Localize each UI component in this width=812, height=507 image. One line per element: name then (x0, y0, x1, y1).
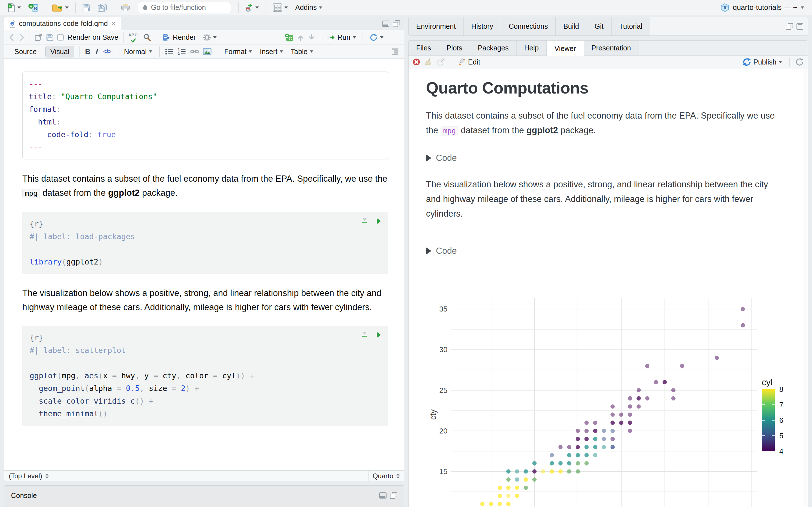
bullet-list-icon[interactable] (165, 48, 173, 55)
refresh-source-icon (369, 33, 378, 42)
minimize-pane-icon[interactable] (379, 492, 387, 499)
workspace-panes-button[interactable] (271, 2, 290, 13)
new-file-icon (7, 3, 15, 12)
code-toggle-label: Code (436, 246, 457, 256)
updown-icon (396, 473, 400, 479)
bold-button[interactable]: B (85, 47, 91, 56)
top-level-label: (Top Level) (9, 472, 42, 480)
project-name-label: quarto-tutorials — ~ (733, 3, 797, 12)
insert-chunk-icon[interactable]: C (285, 33, 293, 42)
format-menu[interactable]: Format (222, 47, 254, 57)
insert-menu[interactable]: Insert (258, 47, 285, 57)
maximize-pane-icon[interactable] (393, 20, 400, 27)
tab-plots[interactable]: Plots (439, 41, 470, 55)
open-file-button[interactable] (50, 3, 70, 13)
code-chunk-load-packages[interactable]: {r}#| label: load-packages library(ggplo… (22, 212, 388, 274)
render-settings-button[interactable] (201, 33, 218, 43)
run-chunks-above-icon[interactable] (361, 331, 368, 339)
goto-file-function-box[interactable] (138, 2, 231, 13)
open-in-new-window-icon[interactable] (35, 34, 43, 41)
run-chunk-icon[interactable] (376, 331, 382, 339)
visual-editor-content[interactable]: ---title: "Quarto Computations"format: h… (4, 59, 404, 482)
save-doc-icon[interactable] (46, 34, 54, 41)
tab-connections[interactable]: Connections (501, 17, 556, 36)
render-button[interactable]: Render (161, 32, 198, 43)
spellcheck-button[interactable]: ABC (128, 33, 140, 43)
new-file-caret-icon (17, 6, 21, 9)
paragraph-style-caret-icon (149, 50, 152, 53)
new-project-button[interactable]: R (27, 2, 40, 13)
open-folder-icon (52, 4, 63, 11)
run-button[interactable]: Run (325, 32, 358, 43)
viewer-scrollbar[interactable] (803, 68, 808, 507)
edit-button[interactable]: Edit (457, 57, 482, 67)
console-title: Console (11, 492, 379, 500)
code-fold-toggle[interactable]: Code (426, 246, 782, 256)
refresh-viewer-icon[interactable] (795, 58, 804, 66)
tab-help[interactable]: Help (516, 41, 546, 55)
save-all-button[interactable] (96, 2, 109, 13)
print-button[interactable] (119, 3, 132, 13)
code-chunk-scatterplot[interactable]: {r}#| label: scatterplot ggplot(mpg, aes… (22, 326, 388, 426)
outline-location-selector[interactable]: (Top Level) (4, 472, 368, 480)
source-mode-button[interactable]: Source (10, 46, 41, 57)
version-control-caret-icon (255, 6, 259, 9)
tab-environment[interactable]: Environment (409, 17, 463, 36)
tab-presentation[interactable]: Presentation (584, 41, 639, 55)
tab-git[interactable]: Git (587, 17, 612, 36)
version-control-button[interactable]: G (244, 2, 260, 13)
clear-viewer-icon[interactable] (425, 58, 433, 66)
doc-type-selector[interactable]: Quarto (368, 471, 404, 481)
render-on-save-checkbox[interactable] (57, 34, 64, 41)
render-label: Render (173, 33, 196, 41)
tab-tutorial[interactable]: Tutorial (612, 17, 650, 36)
numbered-list-icon[interactable]: 12 (177, 48, 186, 55)
italic-button[interactable]: I (95, 47, 99, 56)
popout-viewer-icon[interactable] (437, 58, 445, 66)
maximize-pane-icon[interactable] (390, 492, 397, 499)
table-menu[interactable]: Table (289, 47, 315, 57)
outline-toggle-icon[interactable] (391, 48, 398, 55)
new-file-button[interactable] (6, 2, 22, 13)
find-replace-icon[interactable] (143, 34, 151, 41)
project-chooser[interactable]: R quarto-tutorials — ~ (720, 3, 806, 12)
paragraph-style-dropdown[interactable]: Normal (122, 47, 154, 57)
publish-button[interactable]: Publish (741, 57, 784, 67)
editor-format-toolbar: Source Visual B I </> Normal 12 Format I… (4, 45, 404, 59)
tab-viewer[interactable]: Viewer (547, 41, 584, 56)
image-icon[interactable] (203, 48, 211, 55)
console-pane[interactable]: Console (4, 485, 404, 507)
viewer-pane: FilesPlotsPackagesHelpViewerPresentation… (408, 40, 808, 507)
tab-build[interactable]: Build (556, 17, 587, 36)
tab-close-icon[interactable]: × (111, 20, 116, 27)
run-chunk-icon[interactable] (376, 217, 382, 225)
run-next-chunk-icon[interactable] (308, 34, 315, 41)
tab-packages[interactable]: Packages (470, 41, 516, 55)
save-button[interactable] (81, 3, 92, 13)
editor-tab-computations-code-fold[interactable]: computations-code-fold.qmd × (4, 17, 121, 30)
code-format-button[interactable]: </> (103, 48, 111, 55)
goto-file-function-input[interactable] (151, 3, 227, 11)
run-chunks-above-icon[interactable] (361, 217, 368, 225)
link-icon[interactable] (190, 48, 199, 55)
qmd-file-icon (9, 20, 15, 27)
minimize-pane-icon[interactable] (382, 20, 389, 27)
code-toggle-label: Code (436, 153, 457, 163)
addins-button[interactable]: Addins (294, 2, 324, 13)
visual-mode-button[interactable]: Visual (45, 46, 74, 57)
stop-viewer-icon[interactable] (412, 58, 420, 66)
restore-pane-icon[interactable] (786, 23, 793, 30)
forward-icon[interactable] (18, 34, 25, 41)
run-previous-chunks-icon[interactable] (297, 34, 304, 41)
editor-paragraph[interactable]: The visualization below shows a positive… (22, 286, 388, 314)
tab-files[interactable]: Files (409, 41, 439, 55)
source-commands-button[interactable] (368, 32, 385, 43)
back-icon[interactable] (9, 34, 15, 41)
paragraph-style-label: Normal (124, 48, 147, 56)
tab-history[interactable]: History (463, 17, 501, 36)
yaml-metadata-block[interactable]: ---title: "Quarto Computations"format: h… (22, 71, 388, 159)
maximize-pane-icon[interactable] (797, 23, 803, 30)
collapsed-triangle-icon (426, 247, 432, 255)
editor-paragraph[interactable]: This dataset contains a subset of the fu… (22, 172, 388, 201)
code-fold-toggle[interactable]: Code (426, 153, 782, 163)
